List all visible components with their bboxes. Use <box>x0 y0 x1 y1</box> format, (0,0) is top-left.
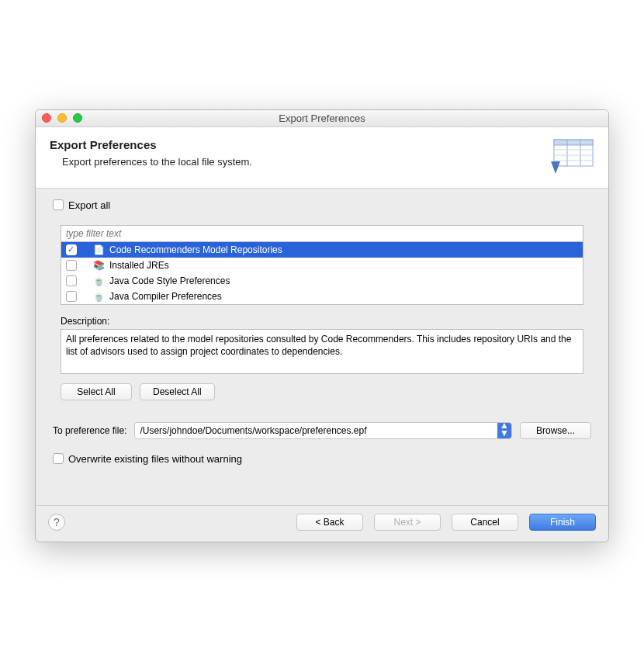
export-all-row[interactable]: Export all <box>53 199 591 211</box>
file-path: /Users/johndoe/Documents/workspace/prefe… <box>135 425 497 436</box>
description-box: All preferences related to the model rep… <box>61 329 583 374</box>
browse-button[interactable]: Browse... <box>520 422 591 439</box>
tree-row[interactable]: 🍵Java Compiler Preferences <box>61 289 583 304</box>
deselect-all-button[interactable]: Deselect All <box>140 383 215 400</box>
titlebar: Export Preferences <box>36 110 608 127</box>
select-all-button[interactable]: Select All <box>61 383 132 400</box>
selection-buttons: Select All Deselect All <box>61 383 583 400</box>
tree-row[interactable]: 🍵Java Code Style Preferences <box>61 273 583 289</box>
finish-button[interactable]: Finish <box>529 514 596 531</box>
tree-item-label: Installed JREs <box>109 260 169 271</box>
filter-input[interactable] <box>61 225 583 242</box>
tree-item-icon: 📄 <box>92 244 105 256</box>
description-label: Description: <box>61 316 583 327</box>
tree-item-label: Java Code Style Preferences <box>109 275 230 286</box>
tree-item-checkbox[interactable] <box>66 260 77 271</box>
export-icon <box>549 138 594 175</box>
tree-item-icon: 🍵 <box>92 290 105 303</box>
preferences-panel: 📄Code Recommenders Model Repositories📚In… <box>50 216 594 411</box>
back-button[interactable]: < Back <box>296 514 363 531</box>
tree-row[interactable]: 📚Installed JREs <box>61 258 583 273</box>
tree-item-label: Code Recommenders Model Repositories <box>109 244 282 255</box>
chevron-updown-icon[interactable]: ▲▼ <box>497 423 511 438</box>
tree-row[interactable]: 📄Code Recommenders Model Repositories <box>61 242 583 258</box>
overwrite-checkbox[interactable] <box>53 453 64 464</box>
preferences-tree[interactable]: 📄Code Recommenders Model Repositories📚In… <box>61 242 583 305</box>
dialog-header: Export Preferences Export preferences to… <box>36 127 608 189</box>
dialog-footer: ? < Back Next > Cancel Finish <box>36 505 608 542</box>
svg-rect-1 <box>554 140 593 145</box>
export-all-checkbox[interactable] <box>53 199 64 210</box>
tree-item-checkbox[interactable] <box>66 244 77 255</box>
dialog-content: Export all 📄Code Recommenders Model Repo… <box>36 189 608 505</box>
tree-item-checkbox[interactable] <box>66 275 77 286</box>
cancel-button[interactable]: Cancel <box>452 514 518 531</box>
file-combo[interactable]: /Users/johndoe/Documents/workspace/prefe… <box>134 422 512 439</box>
dialog-window: Export Preferences Export Preferences Ex… <box>35 109 609 542</box>
header-text: Export Preferences Export preferences to… <box>50 138 252 175</box>
overwrite-row[interactable]: Overwrite existing files without warning <box>53 453 591 465</box>
file-row: To preference file: /Users/johndoe/Docum… <box>53 422 591 439</box>
file-label: To preference file: <box>53 425 126 436</box>
tree-item-icon: 🍵 <box>92 275 105 287</box>
tree-item-label: Java Compiler Preferences <box>109 291 222 302</box>
overwrite-label: Overwrite existing files without warning <box>68 453 242 465</box>
page-title: Export Preferences <box>50 138 252 151</box>
wizard-buttons: < Back Next > Cancel Finish <box>296 514 596 531</box>
page-subtitle: Export preferences to the local file sys… <box>50 156 252 168</box>
tree-item-checkbox[interactable] <box>66 291 77 302</box>
window-title: Export Preferences <box>36 113 608 124</box>
help-icon[interactable]: ? <box>48 514 65 531</box>
tree-item-icon: 📚 <box>92 259 105 272</box>
export-all-label: Export all <box>68 199 110 211</box>
next-button: Next > <box>374 514 441 531</box>
